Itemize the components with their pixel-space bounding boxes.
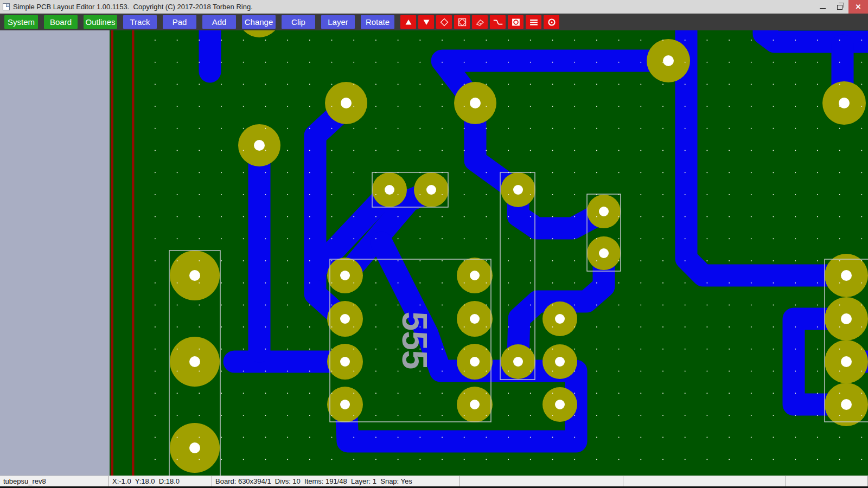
component-label[interactable]: 555 [395,312,434,370]
grid-dot [817,238,818,239]
grid-dot [331,84,333,85]
pad[interactable] [325,82,367,124]
grid-dot [177,150,178,151]
grid-dot [486,128,487,129]
grid-dot [155,238,156,239]
tool-track-bend-icon[interactable] [490,15,506,29]
pad[interactable] [414,172,449,207]
grid-dot [287,194,288,195]
pad[interactable] [501,172,535,207]
grid-dot [751,194,752,195]
grid-dot [309,415,310,416]
pad[interactable] [454,82,496,124]
pad[interactable] [822,81,866,125]
grid-dot [618,371,620,372]
grid-dot [486,282,487,284]
nudge-up-icon [403,17,414,27]
minimize-button[interactable] [814,0,831,14]
menu-rotate[interactable]: Rotate [361,15,394,29]
pad[interactable] [457,258,493,293]
grid-dot [662,304,663,305]
menu-track[interactable]: Track [123,15,157,29]
tool-diamond-square-icon[interactable] [454,15,470,29]
minimize-icon [820,8,826,9]
copper-track[interactable] [764,30,868,42]
pad[interactable] [170,423,220,473]
grid-dot [729,415,730,416]
grid-dot [729,349,730,350]
grid-dot [309,393,310,394]
grid-dot [155,349,156,350]
pad[interactable] [327,258,363,293]
tool-nudge-up-icon[interactable] [400,15,416,29]
pad[interactable] [825,383,868,426]
grid-dot [464,349,465,350]
tool-origin-target-icon[interactable] [544,15,559,29]
grid-dot [155,62,156,63]
pad[interactable] [457,344,493,380]
pad[interactable] [825,297,868,341]
pad[interactable] [457,301,493,337]
grid-dot [265,349,266,350]
pad[interactable] [647,39,690,82]
pad[interactable] [170,251,220,300]
grid-dot [486,62,487,63]
tool-pad-square-icon[interactable] [508,15,524,29]
menu-board[interactable]: Board [44,15,78,29]
pad[interactable] [542,344,577,379]
grid-dot [464,62,465,63]
pad[interactable] [825,340,868,383]
grid-dot [861,349,862,350]
close-button[interactable]: ✕ [848,0,868,14]
pcb-board[interactable]: 555 [110,30,868,476]
grid-dot [751,40,752,41]
menu-change[interactable]: Change [242,15,276,29]
menu-clip[interactable]: Clip [282,15,315,29]
grid-dot [729,106,730,107]
menu-add[interactable]: Add [202,15,236,29]
menu-system[interactable]: System [4,15,38,29]
grid-dot [530,194,531,195]
menu-layer[interactable]: Layer [321,15,355,29]
menu-outlines[interactable]: Outlines [84,15,117,29]
pad[interactable] [238,124,280,166]
pad[interactable] [372,172,407,207]
grid-dot [155,459,156,460]
grid-dot [199,349,200,350]
grid-dot [751,459,752,460]
grid-dot [353,304,354,305]
grid-dot [442,393,443,394]
grid-dot [662,393,663,394]
pad[interactable] [170,337,220,387]
pad[interactable] [327,344,363,380]
tool-nudge-down-icon[interactable] [418,15,434,29]
maximize-button[interactable] [831,0,848,14]
grid-dot [640,304,641,305]
grid-dot [398,349,399,350]
grid-dot [419,349,420,350]
grid-dot [287,128,288,129]
pad[interactable] [542,387,577,422]
tool-diamond-icon[interactable] [436,15,452,29]
pad[interactable] [327,301,363,337]
pad[interactable] [825,254,868,297]
grid-dot [177,40,178,41]
grid-dot [199,415,200,416]
app-window: Simple PCB Layout Editor 1.00.1153. Copy… [0,0,868,488]
pad[interactable] [542,301,577,336]
grid-dot [375,128,376,129]
pad[interactable] [457,387,493,422]
menu-pad[interactable]: Pad [163,15,196,29]
pad[interactable] [327,387,363,422]
grid-dot [442,62,443,63]
grid-dot [155,150,156,151]
pad[interactable] [587,195,621,228]
grid-dot [508,459,509,460]
grid-dot [353,371,354,372]
grid-dot [861,84,862,85]
grid-dot [442,415,443,416]
tool-eraser-icon[interactable] [472,15,488,29]
grid-dot [353,172,354,173]
tool-layer-stack-icon[interactable] [526,15,541,29]
pad[interactable] [587,236,621,270]
